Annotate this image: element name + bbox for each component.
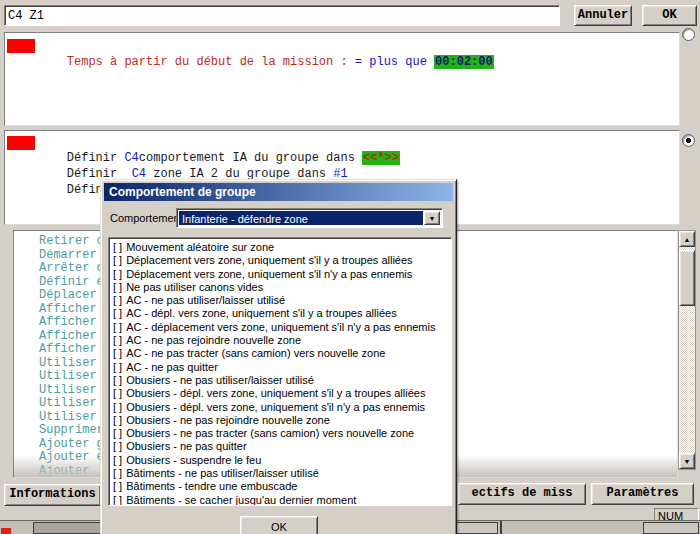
option-label: Bâtiments - se cacher jusqu'au dernier m… bbox=[126, 494, 356, 506]
parameters-button[interactable]: Paramètres bbox=[591, 483, 694, 505]
option-label: AC - ne pas quitter bbox=[126, 361, 218, 373]
cancel-button[interactable]: Annuler bbox=[574, 5, 632, 26]
behavior-option[interactable]: [ ]Déplacement vers zone, uniquement s'i… bbox=[113, 268, 451, 281]
chevron-down-icon[interactable]: ▼ bbox=[424, 211, 440, 225]
checkbox-icon: [ ] bbox=[113, 427, 122, 439]
checkbox-icon: [ ] bbox=[113, 307, 122, 319]
mission-editor-window: { "colors": { "red_marker": "#ff0000", "… bbox=[0, 0, 700, 534]
checkbox-icon: [ ] bbox=[113, 440, 122, 452]
option-label: Obusiers - dépl. vers zone, uniquement s… bbox=[126, 401, 425, 413]
option-label: Obusiers - dépl. vers zone, uniquement s… bbox=[126, 387, 425, 399]
ok-button[interactable]: OK bbox=[642, 5, 697, 26]
behavior-option[interactable]: [ ]Ne pas utiliser canons vides bbox=[113, 281, 451, 294]
checkbox-icon: [ ] bbox=[113, 414, 122, 426]
combobox-selected-value: Infanterie - défendre zone bbox=[179, 211, 423, 225]
scrollbar-thumb[interactable] bbox=[679, 250, 695, 306]
scroll-up-icon[interactable]: ▲ bbox=[679, 231, 695, 247]
action-marker bbox=[7, 136, 35, 150]
behavior-option[interactable]: [ ]Obusiers - ne pas rejoindre nouvelle … bbox=[113, 414, 451, 427]
checkbox-icon: [ ] bbox=[113, 254, 122, 266]
option-label: Obusiers - ne pas rejoindre nouvelle zon… bbox=[126, 414, 330, 426]
checkbox-icon: [ ] bbox=[113, 347, 122, 359]
condition-time-value[interactable]: 00:02:00 bbox=[434, 55, 494, 69]
option-label: AC - ne pas rejoindre nouvelle zone bbox=[126, 334, 301, 346]
action-value-placeholder[interactable]: <<*>> bbox=[362, 151, 400, 165]
behavior-option[interactable]: [ ]Obusiers - ne pas tracter (sans camio… bbox=[113, 427, 451, 440]
behavior-option[interactable]: [ ]Obusiers - ne pas quitter bbox=[113, 440, 451, 453]
behavior-options-list: [ ]Mouvement aléatoire sur zone [ ]Dépla… bbox=[108, 237, 452, 506]
condition-panel: Temps à partir du début de la mission : … bbox=[4, 32, 680, 126]
option-label: Bâtiments - ne pas utiliser/laisser util… bbox=[126, 467, 319, 479]
behavior-option[interactable]: [ ]Bâtiments - ne pas utiliser/laisser u… bbox=[113, 467, 451, 480]
checkbox-icon: [ ] bbox=[113, 480, 122, 492]
taskbar-red-fragment bbox=[1, 528, 11, 534]
checkbox-icon: [ ] bbox=[113, 294, 122, 306]
behavior-option[interactable]: [ ]Obusiers - suspendre le feu bbox=[113, 454, 451, 467]
dialog-ok-button[interactable]: OK bbox=[240, 516, 318, 534]
behavior-option[interactable]: [ ]Déplacement vers zone, uniquement s'i… bbox=[113, 254, 451, 267]
mission-objectives-button[interactable]: ectifs de miss bbox=[458, 483, 586, 505]
option-label: Obusiers - ne pas utiliser/laisser utili… bbox=[126, 374, 314, 386]
option-label: Obusiers - ne pas tracter (sans camion) … bbox=[126, 427, 414, 439]
option-label: AC - ne pas tracter (sans camion) vers n… bbox=[126, 347, 385, 359]
behavior-combobox[interactable]: Infanterie - défendre zone ▼ bbox=[176, 208, 443, 228]
behavior-option[interactable]: [ ]Obusiers - dépl. vers zone, uniquemen… bbox=[113, 401, 451, 414]
option-label: Déplacement vers zone, uniquement s'il n… bbox=[126, 268, 412, 280]
option-label: Déplacement vers zone, uniquement s'il y… bbox=[126, 254, 412, 266]
radio-button-actions[interactable] bbox=[682, 134, 695, 147]
checkbox-icon: [ ] bbox=[113, 281, 122, 293]
checkbox-icon: [ ] bbox=[113, 454, 122, 466]
behavior-label: Comportement bbox=[110, 212, 176, 225]
behavior-option[interactable]: [ ]AC - ne pas rejoindre nouvelle zone bbox=[113, 334, 451, 347]
option-label: AC - ne pas utiliser/laisser utilisé bbox=[126, 294, 285, 306]
option-label: AC - dépl. vers zone, uniquement s'il y … bbox=[126, 307, 397, 319]
command-list-scrollbar[interactable]: ▲ ▼ bbox=[678, 230, 696, 470]
taskbar-divider bbox=[500, 521, 502, 534]
checkbox-icon: [ ] bbox=[113, 494, 122, 506]
behavior-option[interactable]: [ ]AC - ne pas quitter bbox=[113, 361, 451, 374]
checkbox-icon: [ ] bbox=[113, 321, 122, 333]
behavior-option[interactable]: [ ]AC - dépl. vers zone, uniquement s'il… bbox=[113, 307, 451, 320]
behavior-option[interactable]: [ ]AC - déplacement vers zone, uniquemen… bbox=[113, 321, 451, 334]
taskbar-fragment bbox=[643, 522, 699, 534]
radio-button-condition[interactable] bbox=[682, 28, 695, 41]
option-label: AC - déplacement vers zone, uniquement s… bbox=[126, 321, 435, 333]
option-label: Bâtiments - tendre une embuscade bbox=[126, 480, 297, 492]
behavior-option[interactable]: [ ]Bâtiments - se cacher jusqu'au dernie… bbox=[113, 494, 451, 506]
checkbox-icon: [ ] bbox=[113, 467, 122, 479]
condition-input[interactable] bbox=[4, 5, 560, 26]
behavior-option[interactable]: [ ]Obusiers - dépl. vers zone, uniquemen… bbox=[113, 387, 451, 400]
scroll-down-icon[interactable]: ▼ bbox=[679, 453, 695, 469]
condition-line[interactable]: Temps à partir du début de la mission : … bbox=[38, 40, 494, 85]
condition-marker bbox=[7, 39, 35, 53]
option-label: Obusiers - suspendre le feu bbox=[126, 454, 261, 466]
checkbox-icon: [ ] bbox=[113, 241, 122, 253]
behavior-option[interactable]: [ ]AC - ne pas tracter (sans camion) ver… bbox=[113, 347, 451, 360]
behavior-option[interactable]: [ ]AC - ne pas utiliser/laisser utilisé bbox=[113, 294, 451, 307]
checkbox-icon: [ ] bbox=[113, 387, 122, 399]
behavior-option[interactable]: [ ]Mouvement aléatoire sur zone bbox=[113, 241, 451, 254]
condition-operator: = plus que bbox=[355, 55, 434, 69]
condition-text: Temps à partir du début de la mission : bbox=[67, 55, 355, 69]
group-behavior-dialog: Comportement de groupe Comportement Infa… bbox=[100, 179, 457, 534]
checkbox-icon: [ ] bbox=[113, 401, 122, 413]
behavior-option[interactable]: [ ]Obusiers - ne pas utiliser/laisser ut… bbox=[113, 374, 451, 387]
option-label: Mouvement aléatoire sur zone bbox=[126, 241, 274, 253]
checkbox-icon: [ ] bbox=[113, 268, 122, 280]
checkbox-icon: [ ] bbox=[113, 334, 122, 346]
behavior-option[interactable]: [ ]Bâtiments - tendre une embuscade bbox=[113, 480, 451, 493]
checkbox-icon: [ ] bbox=[113, 361, 122, 373]
option-label: Obusiers - ne pas quitter bbox=[126, 440, 246, 452]
dialog-title-bar[interactable]: Comportement de groupe bbox=[104, 183, 453, 201]
option-label: Ne pas utiliser canons vides bbox=[126, 281, 263, 293]
checkbox-icon: [ ] bbox=[113, 374, 122, 386]
informations-button[interactable]: Informations bbox=[4, 484, 101, 506]
